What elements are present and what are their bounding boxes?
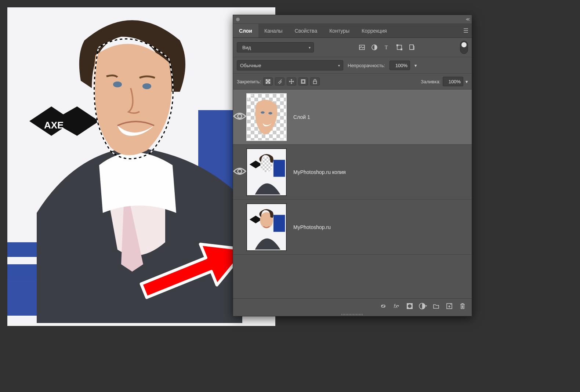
image-filter-icon[interactable] bbox=[358, 43, 366, 52]
layers-bottom-bar: fx▾ ▾ bbox=[233, 298, 472, 313]
close-icon[interactable] bbox=[236, 18, 240, 21]
tab-label: Контуры bbox=[329, 28, 349, 34]
fill-label: Заливка: bbox=[421, 79, 441, 84]
shape-filter-icon[interactable] bbox=[395, 43, 404, 52]
blend-mode-dropdown[interactable]: Обычные ▾ bbox=[237, 60, 343, 70]
layer-thumbnail[interactable] bbox=[246, 203, 287, 251]
layer-name[interactable]: MyPhotoshop.ru копия bbox=[293, 169, 346, 175]
svg-point-6 bbox=[113, 81, 122, 87]
lock-all-icon[interactable] bbox=[310, 77, 320, 86]
smartobject-filter-icon[interactable] bbox=[407, 43, 416, 52]
layer-filter-row: Вид ▾ T bbox=[233, 38, 472, 57]
svg-text:HE: HE bbox=[20, 242, 38, 257]
collapse-icon[interactable]: << bbox=[466, 17, 469, 22]
svg-point-20 bbox=[238, 114, 242, 118]
svg-rect-32 bbox=[273, 215, 285, 232]
panel-menu-icon[interactable]: ☰ bbox=[460, 24, 472, 37]
tab-layers[interactable]: Слои bbox=[233, 24, 258, 37]
panel-resize-grip[interactable] bbox=[233, 313, 472, 316]
panel-titlebar[interactable]: << bbox=[233, 15, 472, 24]
layer-thumbnail[interactable] bbox=[246, 93, 287, 141]
tab-channels[interactable]: Каналы bbox=[258, 24, 289, 37]
svg-text:AXE: AXE bbox=[44, 120, 64, 131]
svg-rect-19 bbox=[313, 81, 317, 84]
tab-label: Свойства bbox=[295, 28, 317, 34]
blend-mode-value: Обычные bbox=[240, 63, 261, 68]
tab-properties[interactable]: Свойства bbox=[289, 24, 323, 37]
layer-thumbnail[interactable] bbox=[246, 148, 287, 196]
tab-adjustments[interactable]: Коррекция bbox=[356, 24, 393, 37]
tab-paths[interactable]: Контуры bbox=[323, 24, 356, 37]
layer-kind-dropdown[interactable]: Вид ▾ bbox=[237, 42, 314, 52]
svg-rect-25 bbox=[273, 160, 285, 177]
layer-row[interactable]: Слой 1 bbox=[233, 90, 472, 145]
adjustment-filter-icon[interactable] bbox=[370, 43, 379, 52]
layers-list[interactable]: Слой 1 bbox=[233, 90, 472, 298]
svg-rect-16 bbox=[410, 45, 413, 50]
lock-artboard-icon[interactable] bbox=[298, 77, 308, 86]
lock-fill-row: Закрепить: Заливка: 100% ▾ bbox=[233, 74, 472, 90]
layer-name[interactable]: MyPhotoshop.ru bbox=[293, 224, 331, 230]
chevron-down-icon: ▾ bbox=[338, 63, 340, 68]
svg-rect-18 bbox=[302, 80, 304, 83]
link-icon[interactable] bbox=[379, 302, 387, 310]
group-icon[interactable] bbox=[432, 302, 440, 310]
tab-label: Слои bbox=[239, 28, 252, 34]
fill-value: 100% bbox=[449, 79, 461, 84]
svg-point-7 bbox=[142, 83, 151, 89]
layer-kind-label: Вид bbox=[242, 45, 251, 50]
svg-point-23 bbox=[238, 169, 242, 173]
layers-panel: << Слои Каналы Свойства Контуры Коррекци… bbox=[233, 15, 472, 316]
type-filter-icon[interactable]: T bbox=[383, 43, 391, 52]
svg-rect-14 bbox=[396, 44, 398, 46]
layer-row[interactable]: MyPhotoshop.ru копия bbox=[233, 145, 472, 200]
svg-text:T: T bbox=[385, 45, 388, 50]
lock-label: Закрепить: bbox=[237, 79, 261, 84]
fx-icon[interactable]: fx▾ bbox=[392, 302, 400, 310]
new-adjustment-icon[interactable]: ▾ bbox=[419, 302, 427, 310]
fill-input[interactable]: 100% bbox=[443, 77, 463, 86]
panel-tabs: Слои Каналы Свойства Контуры Коррекция ☰ bbox=[233, 24, 472, 38]
lock-transparency-icon[interactable] bbox=[263, 77, 273, 86]
new-layer-icon[interactable] bbox=[445, 302, 453, 310]
svg-rect-15 bbox=[401, 49, 402, 50]
chevron-down-icon: ▾ bbox=[309, 46, 311, 50]
chevron-down-icon[interactable]: ▾ bbox=[414, 63, 417, 68]
opacity-label: Непрозрачность: bbox=[348, 63, 385, 68]
layer-name[interactable]: Слой 1 bbox=[293, 114, 310, 120]
tab-label: Коррекция bbox=[362, 28, 387, 34]
visibility-icon[interactable] bbox=[233, 167, 246, 177]
svg-point-22 bbox=[268, 112, 272, 114]
visibility-icon[interactable] bbox=[233, 112, 246, 122]
svg-point-35 bbox=[408, 304, 412, 308]
tab-label: Каналы bbox=[264, 28, 283, 34]
layer-row[interactable]: MyPhotoshop.ru bbox=[233, 200, 472, 255]
mask-icon[interactable] bbox=[406, 302, 414, 310]
lock-position-icon[interactable] bbox=[287, 77, 296, 86]
filter-toggle[interactable] bbox=[460, 41, 468, 54]
opacity-input[interactable]: 100% bbox=[389, 61, 410, 70]
opacity-value: 100% bbox=[395, 63, 407, 68]
lock-pixels-icon[interactable] bbox=[275, 77, 284, 86]
blend-opacity-row: Обычные ▾ Непрозрачность: 100% ▾ bbox=[233, 57, 472, 74]
chevron-down-icon[interactable]: ▾ bbox=[465, 79, 468, 84]
trash-icon[interactable] bbox=[458, 302, 467, 310]
svg-point-21 bbox=[261, 111, 265, 113]
